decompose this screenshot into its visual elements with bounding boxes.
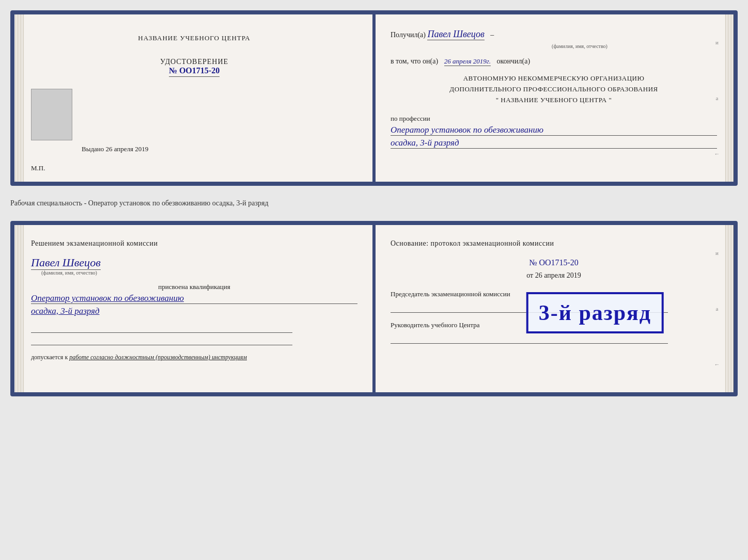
issued-line: Выдано 26 апреля 2019 [82, 145, 148, 153]
date-prefix: от [526, 271, 533, 279]
stamp-text: 3-й разряд [539, 300, 651, 325]
org-line3: " НАЗВАНИЕ УЧЕБНОГО ЦЕНТРА " [391, 95, 717, 106]
received-prefix: Получил(а) [391, 31, 426, 39]
bottom-doc-right: Основание: протокол экзаменационной коми… [374, 225, 734, 392]
fio-sublabel: (фамилия, имя, отчество) [442, 43, 717, 49]
qualification-label: присвоена квалификация [31, 283, 357, 291]
rank-value: осадка, 3-й разряд [391, 138, 717, 149]
cert-date: 26 апреля 2019г. [444, 57, 491, 66]
допуск-italic: работе согласно должностным (производств… [69, 354, 247, 361]
org-line2: ДОПОЛНИТЕЛЬНОГО ПРОФЕССИОНАЛЬНОГО ОБРАЗО… [391, 84, 717, 95]
profession-label: по профессии [391, 115, 717, 123]
org-text: АВТОНОМНУЮ НЕКОММЕРЧЕСКУЮ ОРГАНИЗАЦИЮ ДО… [391, 73, 717, 105]
sig-line-2 [31, 335, 292, 345]
stamp: 3-й разряд [526, 292, 664, 333]
bottom-doc-left: Решением экзаменационной комиссии Павел … [14, 225, 374, 392]
profession-value: Оператор установок по обезвоживанию [391, 125, 717, 136]
mp-label: М.П. [31, 164, 45, 172]
that-line: в том, что он(а) 26 апреля 2019г. окончи… [391, 57, 717, 66]
допуск-text: допускается к работе согласно должностны… [31, 354, 357, 361]
protocol-date-value: 26 апреля 2019 [535, 271, 581, 279]
допуск-prefix: допускается к [31, 354, 68, 361]
protocol-number: № OO1715-20 [391, 258, 717, 267]
page-container: НАЗВАНИЕ УЧЕБНОГО ЦЕНТРА УДОСТОВЕРЕНИЕ №… [10, 10, 738, 396]
person-name-large: Павел Швецов [31, 256, 357, 271]
basis-title: Основание: протокол экзаменационной коми… [391, 239, 717, 248]
bottom-right-side-marks: и а ← [712, 225, 722, 392]
qualification-value: Оператор установок по обезвоживанию [31, 293, 357, 304]
sig-line-1 [31, 323, 292, 333]
cert-number: № OO1715-20 [169, 66, 220, 77]
cert-label: УДОСТОВЕРЕНИЕ [31, 58, 357, 66]
bottom-document-card: Решением экзаменационной комиссии Павел … [10, 221, 738, 396]
finished-label: окончил(а) [496, 57, 530, 65]
top-document-card: НАЗВАНИЕ УЧЕБНОГО ЦЕНТРА УДОСТОВЕРЕНИЕ №… [10, 10, 738, 186]
cert-section: УДОСТОВЕРЕНИЕ № OO1715-20 [31, 58, 357, 77]
org-line1: АВТОНОМНУЮ НЕКОММЕРЧЕСКУЮ ОРГАНИЗАЦИЮ [391, 73, 717, 84]
photo-placeholder [31, 89, 72, 140]
dash: – [490, 31, 494, 39]
top-left-title: НАЗВАНИЕ УЧЕБНОГО ЦЕНТРА [31, 34, 357, 42]
decision-title: Решением экзаменационной комиссии [31, 239, 357, 248]
top-doc-left: НАЗВАНИЕ УЧЕБНОГО ЦЕНТРА УДОСТОВЕРЕНИЕ №… [14, 14, 374, 182]
protocol-date: от 26 апреля 2019 [391, 271, 717, 280]
separator-text: Рабочая специальность - Оператор установ… [10, 195, 738, 212]
top-doc-right: Получил(а) Павел Швецов – (фамилия, имя,… [374, 14, 734, 182]
rank-value2: осадка, 3-й разряд [31, 306, 357, 316]
issued-date: 26 апреля 2019 [106, 145, 149, 153]
right-side-marks: и а ← [712, 14, 722, 182]
issued-label: Выдано [82, 145, 104, 153]
bottom-fio-sublabel: (фамилия, имя, отчество) [41, 270, 357, 276]
signature-lines [31, 323, 357, 345]
received-line: Получил(а) Павел Швецов – [391, 29, 717, 40]
received-name: Павел Швецов [427, 29, 484, 40]
that-prefix: в том, что он(а) [391, 57, 438, 65]
